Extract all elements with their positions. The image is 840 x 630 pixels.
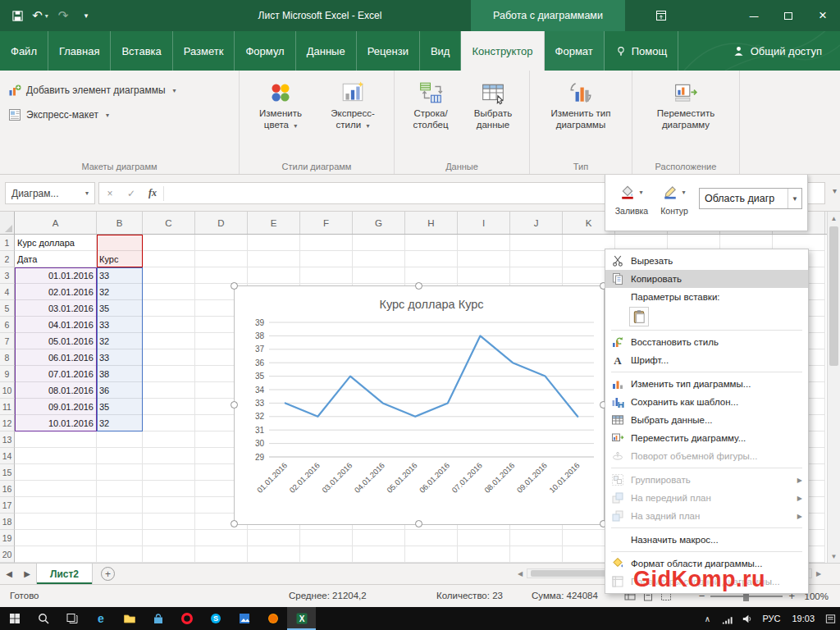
row-header-11[interactable]: 11 xyxy=(0,399,15,415)
cell-D1[interactable] xyxy=(195,235,248,251)
cell-A13[interactable] xyxy=(15,431,97,448)
taskbar-photos-button[interactable] xyxy=(230,607,258,630)
cell-B14[interactable] xyxy=(97,448,143,464)
cell-C10[interactable] xyxy=(143,382,195,399)
scroll-right-icon[interactable]: ▶ xyxy=(812,570,825,578)
cell-G2[interactable] xyxy=(353,251,405,267)
ribbon-button-2-1[interactable]: Выбрать данные xyxy=(462,74,524,130)
vertical-scroll-thumb[interactable] xyxy=(829,226,838,366)
tab-4-формул[interactable]: Формул xyxy=(235,31,295,71)
add-sheet-button[interactable]: + xyxy=(101,567,115,581)
row-header-7[interactable]: 7 xyxy=(0,333,15,349)
scroll-up-icon[interactable]: ▲ xyxy=(828,212,840,225)
cell-B8[interactable]: 33 xyxy=(97,349,143,366)
chart-selection-handle[interactable] xyxy=(415,520,422,527)
cancel-entry-button[interactable]: × xyxy=(99,188,121,199)
taskbar-skype-button[interactable]: S xyxy=(201,607,230,630)
cell-I20[interactable] xyxy=(458,546,510,563)
cell-A2[interactable]: Дата xyxy=(15,251,97,267)
cell-A15[interactable] xyxy=(15,464,97,481)
network-icon[interactable] xyxy=(717,607,737,630)
undo-button[interactable]: ↶▾ xyxy=(30,4,51,27)
cell-H19[interactable] xyxy=(405,530,458,546)
cell-C12[interactable] xyxy=(143,415,195,431)
cell-C19[interactable] xyxy=(143,530,195,546)
cell-A10[interactable]: 08.01.2016 xyxy=(15,382,97,399)
tab-5-данные[interactable]: Данные xyxy=(296,31,357,71)
taskbar-opera-button[interactable] xyxy=(172,607,201,630)
ribbon-button-3-0[interactable]: Изменить тип диаграммы xyxy=(535,74,627,130)
save-button[interactable] xyxy=(7,4,28,27)
cell-A6[interactable]: 04.01.2016 xyxy=(15,317,97,333)
row-header-15[interactable]: 15 xyxy=(0,464,15,481)
select-all-corner[interactable] xyxy=(0,212,15,234)
cell-I3[interactable] xyxy=(458,267,510,284)
ribbon-button-4-0[interactable]: Переместить диаграмму xyxy=(637,74,734,130)
cell-J3[interactable] xyxy=(510,267,563,284)
chart-element-selector[interactable]: Область диагр ▼ xyxy=(699,188,802,209)
redo-button[interactable]: ↷ xyxy=(52,4,74,27)
cell-J19[interactable] xyxy=(510,530,563,546)
sheet-nav-right-icon[interactable]: ▶ xyxy=(18,569,36,578)
ribbon-button-1-0[interactable]: Изменить цвета ▾ xyxy=(244,74,317,130)
share-button[interactable]: Общий доступ xyxy=(723,31,832,71)
paste-option-button[interactable] xyxy=(629,307,649,326)
cell-B11[interactable]: 35 xyxy=(97,399,143,415)
fill-color-button[interactable]: ▾ Заливка xyxy=(612,181,651,216)
context-menu-item-8[interactable]: Изменить тип диаграммы... xyxy=(605,375,808,393)
cell-A12[interactable]: 10.01.2016 xyxy=(15,415,97,431)
customize-qat-button[interactable]: ▾ xyxy=(75,4,97,27)
row-header-12[interactable]: 12 xyxy=(0,415,15,431)
cell-E1[interactable] xyxy=(248,235,300,251)
row-header-5[interactable]: 5 xyxy=(0,300,15,317)
column-header-G[interactable]: G xyxy=(353,212,405,234)
chart-selection-handle[interactable] xyxy=(231,520,238,527)
cell-B17[interactable] xyxy=(97,497,143,514)
cell-A14[interactable] xyxy=(15,448,97,464)
cell-E3[interactable] xyxy=(248,267,300,284)
ribbon-display-options-button[interactable] xyxy=(646,0,676,31)
tab-2-вставка[interactable]: Вставка xyxy=(111,31,172,71)
cell-B7[interactable]: 32 xyxy=(97,333,143,349)
volume-icon[interactable] xyxy=(737,607,756,630)
taskbar-excel-button[interactable]: X xyxy=(287,607,316,630)
context-menu-item-18[interactable]: Назначить макрос... xyxy=(605,531,808,549)
context-menu-item-5[interactable]: Восстановить стиль xyxy=(605,333,808,351)
insert-function-button[interactable]: fx xyxy=(142,187,163,199)
row-header-19[interactable]: 19 xyxy=(0,530,15,546)
cell-B12[interactable]: 32 xyxy=(97,415,143,431)
cell-C6[interactable] xyxy=(143,317,195,333)
context-menu-item-0[interactable]: Вырезать xyxy=(605,252,808,270)
taskbar-firefox-button[interactable] xyxy=(258,607,287,630)
cell-I1[interactable] xyxy=(458,235,510,251)
taskbar-start-button[interactable] xyxy=(0,607,29,630)
scroll-down-icon[interactable]: ▼ xyxy=(828,550,840,563)
chart-selection-handle[interactable] xyxy=(231,282,238,290)
cell-D3[interactable] xyxy=(195,267,248,284)
cell-H3[interactable] xyxy=(405,267,458,284)
row-header-4[interactable]: 4 xyxy=(0,284,15,300)
row-header-6[interactable]: 6 xyxy=(0,317,15,333)
column-header-F[interactable]: F xyxy=(300,212,353,234)
cell-C3[interactable] xyxy=(143,267,195,284)
cell-D20[interactable] xyxy=(195,546,248,563)
cell-C13[interactable] xyxy=(143,431,195,448)
cell-C11[interactable] xyxy=(143,399,195,415)
column-header-C[interactable]: C xyxy=(143,212,195,234)
cell-A18[interactable] xyxy=(15,514,97,530)
chart-selection-handle[interactable] xyxy=(415,282,422,290)
row-header-2[interactable]: 2 xyxy=(0,251,15,267)
cell-A1[interactable]: Курс доллара xyxy=(15,235,97,251)
taskbar-file-explorer-button[interactable] xyxy=(115,607,144,630)
ribbon-button-0-0[interactable]: Добавить элемент диаграммы▾ xyxy=(5,82,234,98)
cell-C16[interactable] xyxy=(143,481,195,497)
cell-B15[interactable] xyxy=(97,464,143,481)
taskbar-search-button[interactable] xyxy=(29,607,57,630)
cell-A7[interactable]: 05.01.2016 xyxy=(15,333,97,349)
cell-H1[interactable] xyxy=(405,235,458,251)
zoom-slider[interactable] xyxy=(710,596,783,597)
column-header-J[interactable]: J xyxy=(510,212,563,234)
cell-A20[interactable] xyxy=(15,546,97,563)
cell-B13[interactable] xyxy=(97,431,143,448)
context-menu-item-11[interactable]: Переместить диаграмму... xyxy=(605,429,808,447)
